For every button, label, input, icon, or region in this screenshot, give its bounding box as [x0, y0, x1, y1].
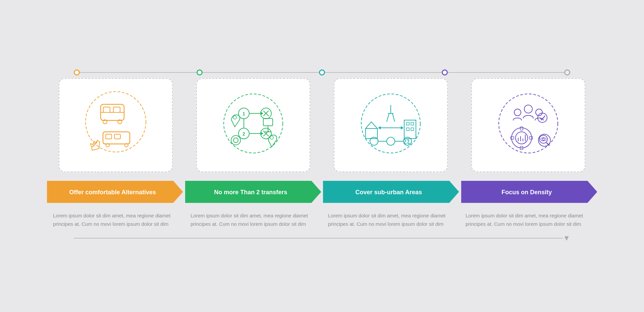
down-arrow-icon: ▼ [563, 234, 570, 243]
hline-3 [325, 72, 442, 73]
svg-point-30 [233, 116, 236, 119]
svg-point-0 [86, 92, 146, 152]
svg-rect-47 [411, 128, 414, 131]
transfers-icon: 1 2 [213, 88, 293, 162]
svg-marker-42 [378, 126, 381, 129]
card-wrapper-1 [47, 75, 184, 175]
dot-3 [319, 69, 325, 75]
svg-point-76 [542, 138, 544, 140]
card-2: 1 2 [196, 78, 310, 172]
hline-1 [80, 72, 197, 73]
svg-rect-9 [114, 134, 120, 139]
card-wrapper-4 [460, 75, 597, 175]
arrow-label-1: Offer comfortable Alternatives [64, 189, 166, 196]
svg-rect-2 [103, 107, 110, 112]
suburban-icon [351, 88, 431, 162]
svg-point-63 [516, 132, 528, 144]
svg-rect-7 [103, 132, 130, 144]
svg-point-62 [512, 128, 532, 148]
desc-row: Lorem ipsum dolor sit dim amet, mea regi… [47, 206, 597, 228]
dot-end [564, 69, 570, 75]
desc-col-3: Lorem ipsum dolor sit dim amet, mea regi… [322, 206, 460, 228]
transport-icon [75, 88, 156, 162]
arrow-2: No more Than 2 transfers [185, 181, 321, 204]
svg-rect-43 [404, 120, 416, 139]
bottom-hline-3 [269, 238, 367, 239]
svg-line-55 [392, 113, 395, 122]
svg-text:2: 2 [243, 131, 245, 137]
bottom-connector: ▼ [47, 234, 597, 243]
svg-rect-45 [411, 122, 414, 125]
svg-rect-66 [511, 137, 514, 139]
hline-2 [203, 72, 319, 73]
arrow-3: Cover sub-urban Areas [323, 181, 459, 204]
arrow-label-2: No more Than 2 transfers [209, 189, 297, 196]
svg-rect-38 [366, 128, 377, 139]
dot-4 [442, 69, 448, 75]
svg-rect-67 [529, 137, 533, 139]
svg-marker-28 [261, 132, 263, 135]
desc-col-4: Lorem ipsum dolor sit dim amet, mea regi… [460, 206, 597, 228]
card-wrapper-3 [322, 75, 460, 175]
dot-2 [197, 69, 203, 75]
svg-point-31 [270, 136, 273, 139]
desc-text-2: Lorem ipsum dolor sit dim amet, mea regi… [191, 212, 316, 228]
infographic: 1 2 [27, 56, 617, 256]
bottom-hline-1 [74, 238, 172, 239]
svg-rect-8 [106, 134, 112, 139]
hline-4 [448, 72, 565, 73]
svg-rect-44 [407, 122, 409, 125]
density-icon [488, 88, 569, 162]
card-4 [471, 78, 585, 172]
card-1 [59, 78, 173, 172]
svg-point-32 [231, 136, 240, 145]
svg-rect-64 [520, 127, 523, 130]
arrow-label-4: Focus on Density [496, 189, 562, 196]
svg-line-54 [387, 113, 389, 122]
svg-marker-21 [261, 112, 263, 115]
card-3 [334, 78, 448, 172]
desc-col-2: Lorem ipsum dolor sit dim amet, mea regi… [184, 206, 322, 228]
svg-marker-41 [401, 126, 404, 129]
cards-row: 1 2 [47, 75, 597, 175]
arrow-label-3: Cover sub-urban Areas [350, 189, 432, 196]
desc-text-3: Lorem ipsum dolor sit dim amet, mea regi… [328, 212, 453, 228]
bottom-hline-2 [172, 238, 270, 239]
svg-point-59 [514, 109, 521, 116]
desc-text-1: Lorem ipsum dolor sit dim amet, mea regi… [53, 212, 178, 228]
svg-point-33 [233, 138, 238, 143]
svg-rect-34 [263, 118, 273, 126]
arrow-1: Offer comfortable Alternatives [47, 181, 183, 204]
dot-1 [74, 69, 80, 75]
svg-text:1: 1 [243, 111, 245, 116]
svg-rect-3 [113, 107, 120, 112]
card-wrapper-2: 1 2 [184, 75, 322, 175]
bottom-hline-5 [465, 238, 563, 239]
svg-marker-39 [366, 122, 377, 128]
desc-text-4: Lorem ipsum dolor sit dim amet, mea regi… [466, 212, 591, 228]
bottom-hline-4 [367, 238, 465, 239]
desc-col-1: Lorem ipsum dolor sit dim amet, mea regi… [47, 206, 184, 228]
svg-point-58 [524, 105, 532, 113]
svg-rect-46 [407, 128, 409, 131]
svg-point-49 [387, 137, 395, 145]
arrows-row: Offer comfortable Alternatives No more T… [47, 181, 597, 204]
arrow-4: Focus on Density [461, 181, 597, 204]
